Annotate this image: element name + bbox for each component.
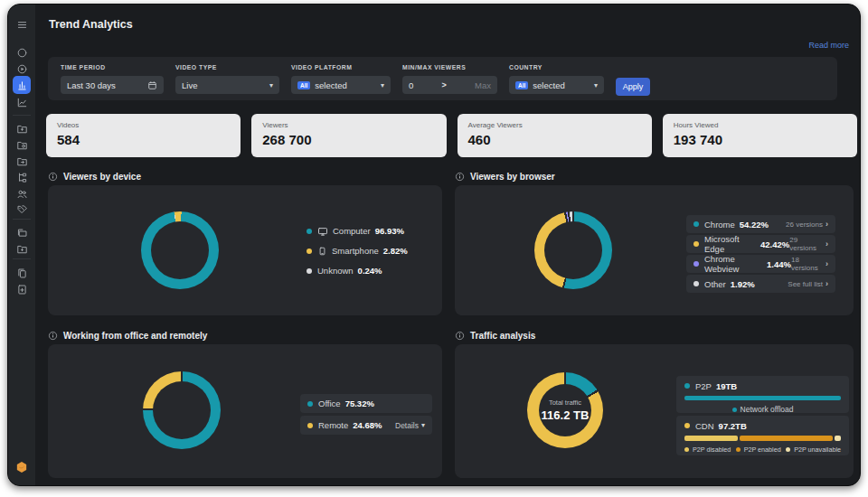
documents-icon[interactable]: [15, 267, 28, 279]
stat-card-hours-viewed: Hours Viewed 193 740: [663, 114, 857, 157]
cdn-split-bar: [684, 436, 841, 441]
legend-item-remote[interactable]: Remote 24.68% Details ▾: [300, 416, 432, 435]
read-more-link[interactable]: Read more: [808, 41, 849, 50]
time-period-value: Last 30 days: [67, 80, 147, 90]
legend-dot: [736, 447, 741, 452]
legend-dot: [732, 408, 737, 412]
legend-item-computer: Computer 96.93%: [307, 225, 408, 237]
cdn-label: CDN: [695, 421, 714, 431]
caret-down-icon: ▾: [269, 81, 273, 89]
details-label: Details: [395, 421, 419, 430]
legend-item-other[interactable]: Other 1.92% See full list ›: [686, 275, 835, 293]
legend-dot: [693, 221, 699, 227]
cdn-legend: P2P disabled P2P enabled P2P unavailable: [684, 445, 841, 454]
time-period-label: TIME PERIOD: [61, 64, 164, 70]
details-toggle[interactable]: Details ▾: [395, 421, 425, 430]
legend-dot: [307, 229, 312, 234]
legend-dot: [684, 447, 689, 452]
see-full-list-link[interactable]: See full list: [788, 280, 823, 288]
legend-item-unknown: Unknown 0.24%: [307, 265, 408, 277]
country-value: selected: [533, 80, 589, 90]
stat-value: 193 740: [674, 132, 846, 147]
office-legend: Office 75.32% Remote 24.68% Details ▾: [300, 394, 432, 435]
stat-label: Average Viewers: [468, 121, 641, 129]
stat-value: 268 700: [262, 132, 435, 147]
category-tree-icon[interactable]: [15, 171, 28, 183]
legend-dot: [307, 248, 312, 254]
computer-icon: [317, 226, 328, 237]
donut-hole: Total traffic 116.2 TB: [539, 384, 591, 436]
folder-settings-icon[interactable]: [15, 138, 28, 151]
total-traffic-label: Total traffic: [549, 399, 581, 407]
legend-label: Microsoft Edge: [704, 234, 756, 254]
traffic-panel: Total traffic 116.2 TB P2P 19TB Network …: [455, 344, 854, 478]
app-window: Trend Analytics Read more TIME PERIOD La…: [7, 4, 861, 486]
time-period-field[interactable]: Last 30 days: [61, 76, 164, 94]
legend-dot: [693, 261, 699, 267]
cdn-card: CDN 97.2TB P2P disabled P2P enabled: [676, 416, 849, 455]
network-offload-legend: Network offload: [684, 405, 841, 414]
legend-value: 24.68%: [353, 420, 382, 430]
legend-item-office[interactable]: Office 75.32%: [300, 394, 432, 413]
home-icon[interactable]: [15, 46, 28, 59]
country-select[interactable]: All selected ▾: [509, 76, 604, 94]
collections-icon[interactable]: [15, 226, 28, 239]
info-icon[interactable]: [455, 172, 465, 182]
stat-card-average-viewers: Average Viewers 460: [458, 114, 652, 157]
legend-item-edge[interactable]: Microsoft Edge 42.42% 29 versions ›: [686, 235, 835, 253]
logo-icon[interactable]: [15, 461, 28, 474]
sidebar: [8, 5, 35, 485]
folder-archive-icon[interactable]: [15, 242, 28, 255]
traffic-panel-title: Traffic analysis: [455, 331, 535, 341]
stat-label: Videos: [57, 121, 230, 129]
folder-share-icon[interactable]: [15, 155, 28, 167]
legend-label: Smartphone: [332, 246, 379, 256]
legend-label: Office: [318, 399, 341, 408]
max-viewers-placeholder[interactable]: Max: [475, 80, 491, 90]
versions-link[interactable]: 29 versions: [789, 236, 823, 252]
analytics-icon[interactable]: [13, 76, 31, 94]
video-platform-value: selected: [315, 80, 375, 90]
legend-label: Remote: [318, 420, 348, 430]
sidebar-divider: [13, 219, 31, 220]
minmax-viewers-field[interactable]: 0 > Max: [402, 76, 497, 94]
stats-row: Videos 584 Viewers 268 700 Average Viewe…: [46, 114, 857, 157]
legend-item-chrome-webview[interactable]: Chrome Webview 1.44% 18 versions ›: [686, 255, 835, 273]
device-legend: Computer 96.93% Smartphone 2.82% Unknown…: [307, 225, 408, 277]
versions-link[interactable]: 26 versions: [786, 220, 823, 229]
versions-link[interactable]: 18 versions: [791, 256, 823, 272]
add-folder-icon[interactable]: [15, 122, 28, 135]
all-badge: All: [515, 81, 528, 89]
min-viewers-value[interactable]: 0: [409, 80, 413, 90]
trends-icon[interactable]: [15, 96, 28, 108]
new-document-icon[interactable]: [15, 283, 28, 295]
apply-button[interactable]: Apply: [616, 78, 650, 96]
all-badge: All: [297, 81, 310, 89]
videos-icon[interactable]: [15, 62, 28, 75]
legend-label: Chrome Webview: [704, 254, 762, 274]
legend-label: P2P enabled: [744, 445, 781, 454]
legend-dot: [307, 268, 312, 274]
video-type-select[interactable]: Live ▾: [175, 76, 279, 94]
stat-value: 584: [57, 132, 230, 147]
tags-icon[interactable]: [15, 202, 28, 215]
audience-icon[interactable]: [15, 187, 28, 200]
chevron-right-icon: ›: [826, 279, 828, 288]
p2p-label: P2P: [695, 381, 712, 391]
network-offload-label: Network offload: [741, 405, 794, 414]
menu-icon[interactable]: [15, 18, 28, 31]
info-icon[interactable]: [48, 331, 58, 341]
legend-label: P2P unavailable: [794, 445, 841, 454]
video-platform-select[interactable]: All selected ▾: [291, 76, 391, 94]
chevron-right-icon: >: [442, 80, 447, 89]
info-icon[interactable]: [455, 331, 465, 341]
donut-hole: [544, 221, 602, 279]
legend-item-chrome[interactable]: Chrome 54.22% 26 versions ›: [686, 215, 835, 233]
info-icon[interactable]: [48, 172, 58, 182]
minmax-viewers-label: MIN/MAX VIEWERS: [402, 64, 497, 70]
legend-item-p2p-enabled: P2P enabled: [736, 445, 781, 454]
traffic-donut-chart: Total traffic 116.2 TB: [527, 372, 603, 448]
legend-label: P2P disabled: [693, 445, 731, 454]
sidebar-divider: [13, 115, 31, 116]
filter-bar: TIME PERIOD Last 30 days VIDEO TYPE Live…: [48, 57, 837, 100]
